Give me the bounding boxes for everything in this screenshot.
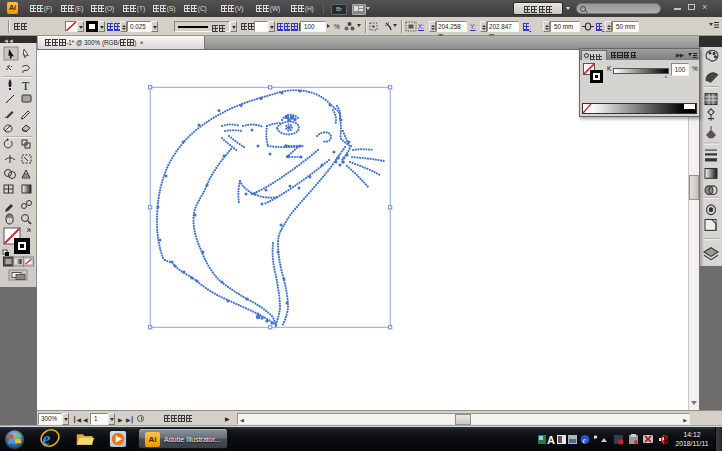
- svg-text:T: T: [22, 79, 30, 93]
- svg-text:e: e: [583, 436, 587, 445]
- svg-text:A: A: [547, 434, 555, 446]
